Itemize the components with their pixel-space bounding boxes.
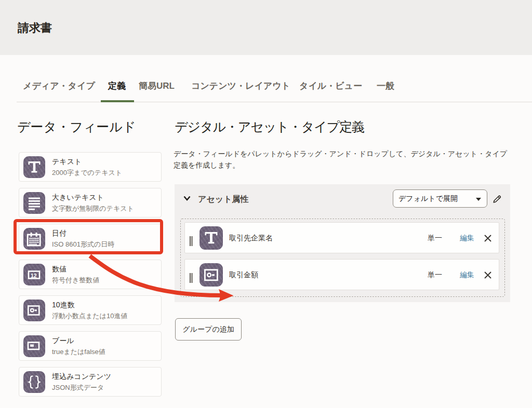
svg-text:12: 12 bbox=[31, 273, 37, 279]
